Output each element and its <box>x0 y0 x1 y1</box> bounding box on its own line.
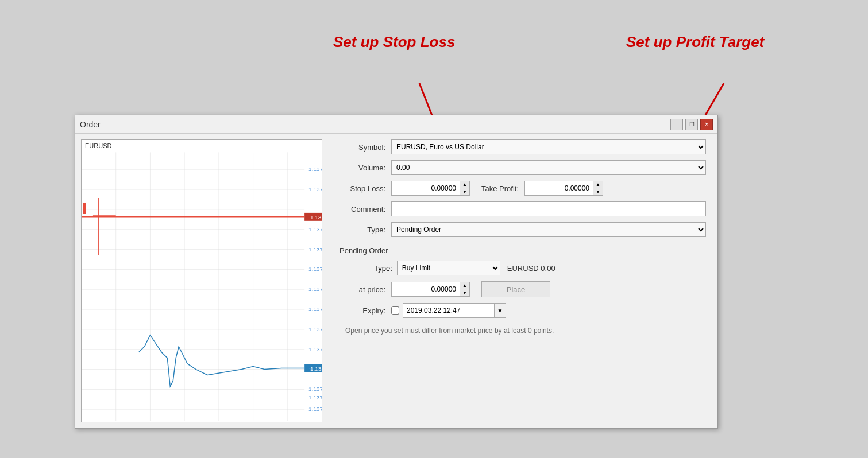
svg-text:1.13711: 1.13711 <box>308 366 322 372</box>
chart-symbol-label: EURUSD <box>85 142 111 149</box>
svg-text:1.13729: 1.13729 <box>308 166 322 172</box>
stop-loss-down-button[interactable]: ▼ <box>460 188 469 195</box>
expiry-label: Expiry: <box>340 306 391 315</box>
close-button[interactable]: ✕ <box>700 119 713 130</box>
pending-section: Pending Order Type: Buy Limit EURUSD 0.0… <box>340 243 706 335</box>
stop-loss-label: Stop Loss: <box>340 184 391 193</box>
symbol-select[interactable]: EURUSD, Euro vs US Dollar <box>391 139 706 154</box>
place-button[interactable]: Place <box>481 281 550 297</box>
type-select[interactable]: Pending Order <box>391 222 706 237</box>
svg-text:1.13721: 1.13721 <box>308 266 322 272</box>
svg-rect-3 <box>82 141 322 421</box>
at-price-down-button[interactable]: ▼ <box>460 289 469 296</box>
pending-type-select[interactable]: Buy Limit <box>397 261 500 275</box>
volume-label: Volume: <box>340 164 391 172</box>
expiry-dropdown-button[interactable]: ▼ <box>495 303 506 318</box>
at-price-label: at price: <box>340 285 391 294</box>
svg-rect-25 <box>83 207 86 214</box>
stop-loss-up-button[interactable]: ▲ <box>460 181 469 188</box>
take-profit-label: Take Profit: <box>481 184 519 193</box>
take-profit-input-container: ▲ ▼ <box>524 181 603 196</box>
stop-loss-input-container: ▲ ▼ <box>391 181 470 196</box>
pair-info: EURUSD 0.00 <box>507 264 555 273</box>
volume-select[interactable]: 0.00 <box>391 160 706 175</box>
svg-text:1.13717: 1.13717 <box>308 306 322 312</box>
info-text: Open price you set must differ from mark… <box>340 327 706 335</box>
volume-row: Volume: 0.00 <box>340 160 706 175</box>
pending-section-header: Pending Order <box>340 246 706 255</box>
order-window: Order — ☐ ✕ EURUSD <box>75 115 718 429</box>
stop-loss-annotation: Set up Stop Loss <box>333 33 455 51</box>
at-price-spinners: ▲ ▼ <box>460 282 470 297</box>
maximize-button[interactable]: ☐ <box>685 119 698 130</box>
type-field: Pending Order <box>391 222 706 237</box>
profit-target-annotation: Set up Profit Target <box>626 33 764 51</box>
titlebar: Order — ☐ ✕ <box>75 115 717 134</box>
svg-text:1.13726: 1.13726 <box>310 214 322 220</box>
stop-loss-spinners: ▲ ▼ <box>460 181 470 196</box>
order-form-panel: Symbol: EURUSD, Euro vs US Dollar Volume… <box>328 134 717 428</box>
comment-input[interactable] <box>391 201 706 216</box>
expiry-row: Expiry: ▼ <box>340 303 706 318</box>
take-profit-input[interactable] <box>524 181 593 196</box>
symbol-label: Symbol: <box>340 143 391 152</box>
type-label: Type: <box>340 226 391 234</box>
symbol-row: Symbol: EURUSD, Euro vs US Dollar <box>340 139 706 154</box>
chart-panel: EURUSD <box>81 139 322 422</box>
expiry-checkbox[interactable] <box>391 306 399 315</box>
svg-text:1.13716: 1.13716 <box>308 326 322 332</box>
take-profit-up-button[interactable]: ▲ <box>593 181 603 188</box>
pending-type-row: Type: Buy Limit EURUSD 0.00 <box>374 261 706 275</box>
at-price-row: at price: ▲ ▼ Place <box>340 281 706 297</box>
comment-label: Comment: <box>340 205 391 214</box>
window-title: Order <box>80 120 101 129</box>
window-controls: — ☐ ✕ <box>670 119 713 130</box>
type-row: Type: Pending Order <box>340 222 706 237</box>
comment-row: Comment: <box>340 201 706 216</box>
take-profit-down-button[interactable]: ▼ <box>593 188 603 195</box>
at-price-input-container: ▲ ▼ <box>391 282 470 297</box>
comment-field <box>391 201 706 216</box>
svg-text:1.13709: 1.13709 <box>308 386 322 392</box>
stop-loss-input[interactable] <box>391 181 460 196</box>
minimize-button[interactable]: — <box>670 119 683 130</box>
symbol-field: EURUSD, Euro vs US Dollar <box>391 139 706 154</box>
svg-text:1.13724: 1.13724 <box>308 226 322 232</box>
svg-text:1.13708: 1.13708 <box>308 394 322 401</box>
svg-text:1.13719: 1.13719 <box>308 286 322 292</box>
take-profit-spinners: ▲ ▼ <box>593 181 603 196</box>
sl-tp-row: Stop Loss: ▲ ▼ Take Profit: ▲ ▼ <box>340 181 706 196</box>
svg-text:1.13722: 1.13722 <box>308 246 322 253</box>
svg-text:1.13727: 1.13727 <box>308 186 322 192</box>
window-body: EURUSD <box>75 134 717 428</box>
svg-text:1.13712: 1.13712 <box>308 346 322 352</box>
expiry-input[interactable] <box>403 303 495 318</box>
volume-field: 0.00 <box>391 160 706 175</box>
svg-text:1.13706: 1.13706 <box>308 406 322 412</box>
pending-type-label: Type: <box>374 264 392 273</box>
at-price-input[interactable] <box>391 282 460 297</box>
at-price-up-button[interactable]: ▲ <box>460 282 469 289</box>
